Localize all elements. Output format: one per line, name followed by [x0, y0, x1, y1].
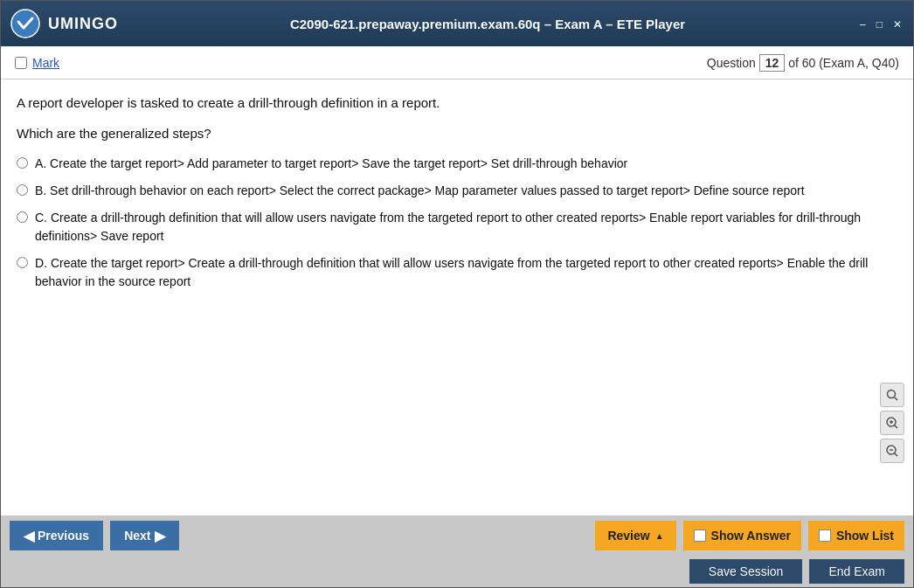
search-icon — [886, 389, 898, 401]
next-arrow-icon: ▶ — [155, 528, 165, 544]
option-c: C. Create a drill-through definition tha… — [17, 209, 897, 246]
question-text1: A report developer is tasked to create a… — [17, 93, 897, 114]
title-bar: UMINGO C2090-621.prepaway.premium.exam.6… — [1, 1, 913, 46]
zoom-out-icon-btn[interactable] — [880, 439, 904, 463]
option-d-text: D. Create the target report> Create a dr… — [35, 254, 897, 291]
option-b-text: B. Set drill-through behavior on each re… — [35, 182, 897, 200]
show-answer-label: Show Answer — [711, 529, 791, 543]
vumingo-logo — [10, 8, 41, 39]
review-button[interactable]: Review ▲ — [595, 521, 675, 550]
options-list: A. Create the target report> Add paramet… — [17, 155, 897, 291]
question-label: Question — [707, 56, 756, 70]
window-controls: – □ ✕ — [857, 17, 904, 31]
previous-button[interactable]: ◀ Previous — [10, 521, 103, 550]
mark-label[interactable]: Mark — [32, 56, 59, 70]
save-session-button[interactable]: Save Session — [689, 559, 803, 584]
save-session-label: Save Session — [709, 564, 784, 578]
brand-name: UMINGO — [48, 15, 118, 33]
option-c-text: C. Create a drill-through definition tha… — [35, 209, 897, 246]
toolbar: Mark Question 12 of 60 (Exam A, Q40) — [1, 46, 913, 80]
next-button[interactable]: Next ▶ — [110, 521, 178, 550]
main-window: UMINGO C2090-621.prepaway.premium.exam.6… — [0, 0, 914, 588]
close-button[interactable]: ✕ — [890, 18, 904, 31]
option-a-text: A. Create the target report> Add paramet… — [35, 155, 897, 173]
mark-area: Mark — [15, 56, 59, 70]
radio-c[interactable] — [17, 211, 28, 223]
question-number: 12 — [759, 54, 786, 72]
main-content: A report developer is tasked to create a… — [1, 80, 913, 515]
maximize-button[interactable]: □ — [874, 18, 885, 31]
radio-a[interactable] — [17, 157, 28, 169]
previous-arrow-icon: ◀ — [24, 528, 34, 544]
svg-line-2 — [895, 398, 898, 401]
zoom-in-icon-btn[interactable] — [880, 411, 904, 435]
radio-b[interactable] — [17, 184, 28, 196]
svg-line-8 — [895, 453, 898, 457]
review-dropdown-icon: ▲ — [655, 531, 664, 541]
question-info: Question 12 of 60 (Exam A, Q40) — [707, 54, 899, 72]
svg-line-4 — [895, 425, 898, 429]
option-b: B. Set drill-through behavior on each re… — [17, 182, 897, 200]
question-text2: Which are the generalized steps? — [17, 126, 897, 141]
svg-point-0 — [11, 10, 39, 38]
show-list-button[interactable]: Show List — [808, 521, 904, 550]
show-list-checkbox-icon — [819, 529, 831, 542]
next-label: Next — [124, 529, 150, 543]
show-answer-button[interactable]: Show Answer — [683, 521, 801, 550]
logo-area: UMINGO — [10, 8, 118, 39]
show-list-label: Show List — [836, 529, 894, 543]
window-title: C2090-621.prepaway.premium.exam.60q – Ex… — [118, 17, 857, 31]
option-a: A. Create the target report> Add paramet… — [17, 155, 897, 173]
svg-point-1 — [888, 391, 896, 398]
bottom-top: ◀ Previous Next ▶ Review ▲ Show Answer S… — [1, 515, 913, 556]
review-label: Review — [607, 529, 649, 543]
search-icon-btn[interactable] — [880, 383, 904, 407]
zoom-out-icon — [885, 444, 899, 458]
zoom-in-icon — [885, 416, 899, 430]
bottom-bar: ◀ Previous Next ▶ Review ▲ Show Answer S… — [1, 515, 913, 587]
mark-checkbox[interactable] — [15, 57, 27, 69]
radio-d[interactable] — [17, 257, 28, 268]
show-answer-checkbox-icon — [694, 529, 706, 542]
end-exam-label: End Exam — [828, 564, 885, 578]
previous-label: Previous — [38, 529, 89, 543]
minimize-button[interactable]: – — [857, 18, 869, 31]
option-d: D. Create the target report> Create a dr… — [17, 254, 897, 291]
bottom-bottom: Save Session End Exam — [1, 556, 913, 587]
end-exam-button[interactable]: End Exam — [809, 559, 904, 584]
side-icons — [880, 383, 904, 463]
question-total: of 60 (Exam A, Q40) — [788, 56, 899, 70]
